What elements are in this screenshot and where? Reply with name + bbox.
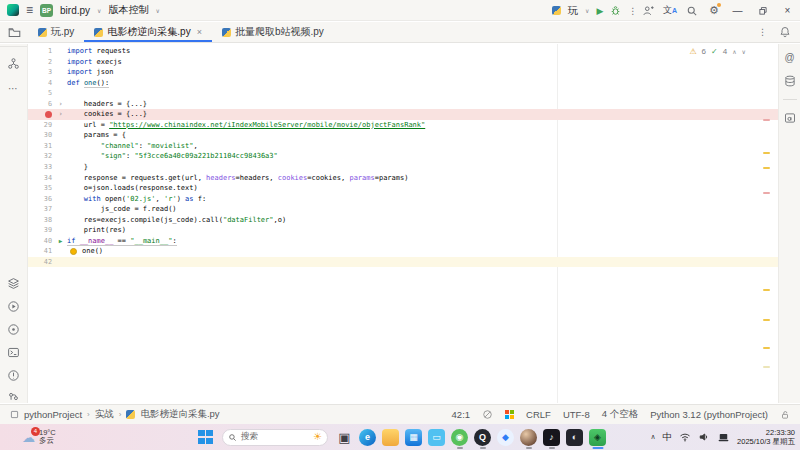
project-selector[interactable]: bird.py <box>60 5 90 16</box>
green-game-icon[interactable]: ◈ <box>586 424 609 450</box>
code-line[interactable]: 40▶if __name__ == "__main__": <box>28 236 778 247</box>
notifications-bell-icon[interactable] <box>779 26 791 38</box>
project-badge[interactable]: BP <box>40 4 53 17</box>
gutter-line-number[interactable]: 33 <box>28 162 54 173</box>
gutter-line-number[interactable]: 34 <box>28 173 54 184</box>
commit-tool-icon[interactable] <box>7 57 20 70</box>
breakpoint-dot[interactable] <box>45 111 52 118</box>
code-text[interactable]: def one(): <box>67 78 778 89</box>
problems-tool-icon[interactable] <box>7 369 20 382</box>
caret-position-widget[interactable]: 42:1 <box>452 409 471 420</box>
ai-assistant-icon[interactable]: @ <box>784 52 794 63</box>
interpreter-widget[interactable]: Python 3.12 (pythonProject) <box>650 409 768 420</box>
avatar-icon[interactable] <box>517 424 540 450</box>
code-text[interactable]: import execjs <box>67 57 778 68</box>
code-text[interactable] <box>67 88 778 99</box>
code-editor[interactable]: 1import requests2import execjs3import js… <box>28 44 778 403</box>
gutter-line-number[interactable]: 38 <box>28 215 54 226</box>
code-line[interactable]: 34 response = requests.get(url, headers=… <box>28 173 778 184</box>
gutter-line-number[interactable]: 30 <box>28 130 54 141</box>
gutter-line-number[interactable]: 40 <box>28 236 54 247</box>
start-button[interactable] <box>194 424 217 450</box>
translation-tool-icon[interactable] <box>784 112 796 124</box>
code-area[interactable]: 1import requests2import execjs3import js… <box>28 46 778 267</box>
hidden-icons-chevron[interactable]: ∧ <box>650 433 655 441</box>
gutter-line-number[interactable]: 35 <box>28 183 54 194</box>
gutter-line-number[interactable]: 42 <box>28 257 54 268</box>
code-text[interactable]: response = requests.get(url, headers=hea… <box>67 173 778 184</box>
intention-bulb-icon[interactable] <box>70 248 77 255</box>
dark-media-icon[interactable]: ◐ <box>563 424 586 450</box>
edge-icon[interactable]: e <box>356 424 379 450</box>
code-text[interactable]: params = { <box>67 130 778 141</box>
code-line[interactable]: 33 } <box>28 162 778 173</box>
gutter-line-number[interactable]: 6 <box>28 99 54 110</box>
gutter-line-number[interactable]: 4 <box>28 78 54 89</box>
database-tool-icon[interactable] <box>784 75 796 87</box>
code-text[interactable]: import requests <box>67 46 778 57</box>
code-text[interactable]: "channel": "movielist", <box>67 141 778 152</box>
gutter-line-number[interactable]: 41 <box>28 246 54 257</box>
ime-indicator[interactable]: 中 <box>663 431 673 444</box>
code-line[interactable]: 37 js_code = f.read() <box>28 204 778 215</box>
gutter-fold-column[interactable]: › <box>54 99 67 110</box>
gutter-line-number[interactable]: 36 <box>28 194 54 205</box>
file-explorer-icon[interactable] <box>379 424 402 450</box>
encoding-widget[interactable]: UTF-8 <box>563 409 590 420</box>
gutter-line-number[interactable] <box>28 109 54 120</box>
microsoft-store-icon[interactable]: ▦ <box>402 424 425 450</box>
code-line[interactable]: 31 "channel": "movielist", <box>28 141 778 152</box>
gutter-line-number[interactable]: 32 <box>28 151 54 162</box>
windows-colored-grid-icon[interactable] <box>505 410 514 419</box>
douyin-icon[interactable]: ♪ <box>540 424 563 450</box>
vcs-widget[interactable]: 版本控制 <box>108 3 148 17</box>
close-tab-icon[interactable]: × <box>197 27 202 37</box>
run-tool-icon[interactable] <box>7 300 20 313</box>
gutter-line-number[interactable]: 2 <box>28 57 54 68</box>
close-button[interactable]: × <box>775 0 800 21</box>
highlighting-level-icon[interactable] <box>482 409 493 420</box>
tab-bilibili-batch-py[interactable]: 批量爬取b站视频.py <box>212 22 334 42</box>
code-line[interactable]: 29 url = "https://www.chinaindex.net/iIn… <box>28 120 778 131</box>
code-text[interactable]: url = "https://www.chinaindex.net/iIndex… <box>67 120 778 131</box>
code-line[interactable]: 1import requests <box>28 46 778 57</box>
services-tool-icon[interactable] <box>7 277 20 290</box>
debug-button[interactable] <box>610 5 621 16</box>
code-line[interactable]: 38 res=execjs.compile(js_code).call("dat… <box>28 215 778 226</box>
code-text[interactable]: res=execjs.compile(js_code).call("dataFi… <box>67 215 778 226</box>
code-line[interactable]: 5 <box>28 88 778 99</box>
task-view-icon[interactable]: ▣ <box>333 424 356 450</box>
weather-widget[interactable]: ☁ 4 19°C多云 <box>22 424 56 450</box>
code-with-me-icon[interactable] <box>637 0 659 21</box>
next-problem-icon[interactable]: ∨ <box>742 48 746 55</box>
translate-icon[interactable]: 文A <box>659 0 681 21</box>
line-ending-widget[interactable]: CRLF <box>526 409 551 420</box>
run-configuration-selector[interactable]: 玩 <box>568 4 578 18</box>
code-text[interactable]: one() <box>67 246 778 257</box>
laptop-device-icon[interactable] <box>717 431 730 443</box>
more-run-options-icon[interactable]: ⋮ <box>628 6 637 16</box>
code-line[interactable]: 2import execjs <box>28 57 778 68</box>
code-line[interactable]: 6› headers = {...} <box>28 99 778 110</box>
wifi-icon[interactable] <box>679 431 691 443</box>
restore-button[interactable] <box>750 0 775 21</box>
breadcrumb-file[interactable]: 电影榜逆向采集.py <box>140 408 219 421</box>
tab-movie-scraper-py[interactable]: 电影榜逆向采集.py × <box>84 22 212 42</box>
code-text[interactable]: js_code = f.read() <box>67 204 778 215</box>
settings-gear-icon[interactable]: ⚙ <box>703 0 725 21</box>
blue-mascot-icon[interactable]: ◆ <box>494 424 517 450</box>
breadcrumb-folder[interactable]: 实战 <box>95 408 114 421</box>
wechat-icon[interactable]: ◉ <box>448 424 471 450</box>
indent-widget[interactable]: 4 个空格 <box>602 408 638 421</box>
search-everywhere-icon[interactable] <box>681 0 703 21</box>
inspections-widget[interactable]: ⚠6 ✓4 ∧ ∨ <box>689 47 746 56</box>
code-text[interactable]: print(res) <box>67 225 778 236</box>
code-text[interactable]: "sign": "5f3cce6a40c09a221b21104cc98436a… <box>67 151 778 162</box>
code-line[interactable]: 39 print(res) <box>28 225 778 236</box>
prev-problem-icon[interactable]: ∧ <box>732 48 736 55</box>
taskbar-search-input[interactable]: 搜索 ☀ <box>222 429 328 446</box>
code-text[interactable]: if __name__ == "__main__": <box>67 236 778 247</box>
gutter-line-number[interactable]: 39 <box>28 225 54 236</box>
code-line[interactable]: 30 params = { <box>28 130 778 141</box>
volume-icon[interactable] <box>698 431 710 443</box>
